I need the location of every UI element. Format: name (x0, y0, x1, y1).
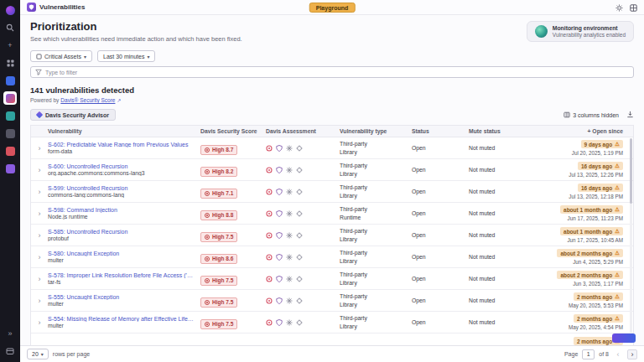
status-cell: Open (412, 209, 469, 218)
settings-gear-icon[interactable] (615, 0, 623, 15)
vulnerability-package: Node.js runtime (48, 214, 194, 220)
row-expander[interactable]: › (31, 144, 48, 153)
env-card-subtitle: Vulnerability analytics enabled (553, 32, 626, 38)
table-row[interactable]: › S-555: Uncaught Exception multer High … (31, 290, 633, 312)
open-since-date: Jul 13, 2025, 12:18 PM (569, 194, 623, 199)
public-exploit-icon (266, 167, 273, 173)
table-row[interactable]: › S-585: Uncontrolled Recursion protobuf… (31, 225, 633, 246)
app-services-icon[interactable] (3, 109, 17, 122)
open-since-date: May 20, 2025, 5:53 PM (569, 303, 623, 308)
open-since-date: Jun 17, 2025, 11:23 PM (568, 215, 623, 221)
table-row[interactable]: › S-600: Uncontrolled Recursion org.apac… (31, 159, 633, 181)
vulnerable-function-icon (296, 254, 303, 261)
vulnerable-function-icon (296, 189, 303, 195)
vulnerable-function-icon (296, 276, 303, 282)
public-exploit-icon (266, 210, 273, 217)
critical-assets-dropdown[interactable]: Critical Assets ▾ (30, 50, 92, 62)
app-problems-icon[interactable] (3, 144, 17, 158)
scrollbar-thumb[interactable] (630, 138, 632, 204)
add-icon[interactable]: + (3, 39, 17, 52)
content: Prioritization See which vulnerabilities… (20, 15, 644, 345)
time-range-dropdown[interactable]: Last 30 minutes ▾ (97, 50, 155, 62)
vulnerable-function-icon (296, 167, 303, 173)
table-row[interactable]: › S-554: Missing Release of Memory after… (31, 312, 633, 334)
app-hosts-icon[interactable] (3, 127, 17, 140)
chevron-down-icon: ▾ (41, 351, 44, 357)
table-row-partial[interactable]: 2 months ago ⚠ (31, 336, 633, 345)
previous-page-button[interactable]: ‹ (613, 349, 623, 359)
row-expander[interactable]: › (31, 275, 48, 283)
vulnerability-link[interactable]: S-578: Improper Link Resolution Before F… (48, 272, 194, 278)
filter-input[interactable]: Type to filter (30, 66, 634, 78)
row-expander[interactable]: › (31, 231, 48, 240)
vulnerability-type-cell: Third-party Library (340, 271, 412, 287)
column-header-davis-assessment[interactable]: Davis Assessment (266, 128, 340, 134)
vulnerability-link[interactable]: S-602: Predictable Value Range from Prev… (48, 142, 194, 147)
collapse-sidebar-icon[interactable]: » (3, 327, 17, 340)
table-row[interactable]: › S-602: Predictable Value Range from Pr… (31, 137, 633, 159)
table-row[interactable]: › S-580: Uncaught Exception multer High … (31, 246, 633, 268)
davis-assessment-cell (266, 167, 340, 173)
vulnerability-type-cell: Third-party Library (340, 140, 412, 156)
environment-badge[interactable]: Playground (309, 3, 356, 13)
app-sidebar: + » (0, 0, 20, 362)
warning-icon: ⚠ (615, 141, 620, 147)
row-expander[interactable]: › (31, 253, 48, 261)
data-assets-icon (286, 167, 293, 173)
apps-menu-icon[interactable] (630, 0, 637, 15)
vulnerable-function-icon (296, 297, 303, 304)
page-number-input[interactable]: 1 (582, 349, 595, 359)
app-dashboards-icon[interactable] (3, 162, 17, 175)
davis-security-advisor-button[interactable]: Davis Security Advisor (30, 109, 116, 121)
column-header-vulnerability-type[interactable]: Vulnerability type (340, 128, 412, 134)
monitoring-environment-card[interactable]: Monitoring environment Vulnerability ana… (527, 21, 634, 42)
vulnerable-function-icon (296, 145, 303, 152)
davis-security-score-badge: High 8.6 (200, 254, 237, 264)
column-header-vulnerability[interactable]: Vulnerability (48, 128, 200, 134)
vulnerability-link[interactable]: S-600: Uncontrolled Recursion (48, 163, 194, 169)
mute-status-cell: Not muted (469, 253, 529, 261)
mute-status-cell: Not muted (469, 297, 529, 305)
vulnerability-link[interactable]: S-599: Uncontrolled Recursion (48, 185, 194, 191)
vulnerability-link[interactable]: S-554: Missing Release of Memory after E… (48, 316, 194, 322)
vertical-scrollbar[interactable] (630, 138, 632, 344)
davis-copilot-button[interactable] (612, 334, 636, 343)
app-kubernetes-icon[interactable] (3, 74, 17, 87)
status-cell: Open (412, 166, 469, 174)
dynatrace-logo-icon[interactable] (3, 3, 17, 17)
table-row[interactable]: › S-598: Command Injection Node.js runti… (31, 203, 633, 225)
next-page-button[interactable]: › (627, 349, 637, 359)
app-vulnerabilities-icon[interactable] (3, 91, 17, 105)
download-button[interactable] (626, 111, 634, 119)
column-header-open-since[interactable]: + Open since (529, 128, 633, 134)
status-cell: Open (412, 188, 469, 196)
row-expander[interactable]: › (31, 166, 48, 174)
open-since-cell: 2 months ago ⚠ May 20, 2025, 5:53 PM (529, 292, 633, 308)
column-header-davis-security-score[interactable]: Davis Security Score (200, 128, 266, 134)
vulnerability-link[interactable]: S-580: Uncaught Exception (48, 251, 194, 256)
table-row[interactable]: › S-578: Improper Link Resolution Before… (31, 268, 633, 290)
table-header: Vulnerability Davis Security Score Davis… (31, 126, 633, 137)
search-icon[interactable] (3, 21, 17, 34)
vulnerability-link[interactable]: S-555: Uncaught Exception (48, 294, 194, 300)
table-body: › S-602: Predictable Value Range from Pr… (31, 137, 633, 336)
row-expander[interactable]: › (31, 209, 48, 218)
status-cell: Open (412, 144, 469, 153)
row-expander[interactable]: › (31, 318, 48, 327)
vulnerability-type-cell: Third-party Library (340, 249, 412, 265)
table-row[interactable]: › S-599: Uncontrolled Recursion commons-… (31, 181, 633, 203)
row-expander[interactable]: › (31, 188, 48, 196)
apps-grid-icon[interactable] (3, 56, 17, 70)
storage-icon[interactable] (3, 344, 17, 358)
rows-per-page-select[interactable]: 20 ▾ (27, 349, 49, 359)
vulnerability-link[interactable]: S-598: Command Injection (48, 207, 194, 213)
columns-hidden-button[interactable]: 3 columns hidden (564, 111, 619, 118)
vulnerability-link[interactable]: S-585: Uncontrolled Recursion (48, 229, 194, 235)
open-since-cell: 16 days ago ⚠ Jul 13, 2025, 12:18 PM (529, 184, 633, 199)
external-link-icon: ↗ (117, 97, 121, 103)
davis-assessment-cell (266, 254, 340, 261)
column-header-status[interactable]: Status (412, 128, 469, 134)
davis-security-score-link[interactable]: Davis® Security Score (60, 97, 115, 103)
column-header-mute-status[interactable]: Mute status (469, 128, 529, 134)
row-expander[interactable]: › (31, 297, 48, 305)
